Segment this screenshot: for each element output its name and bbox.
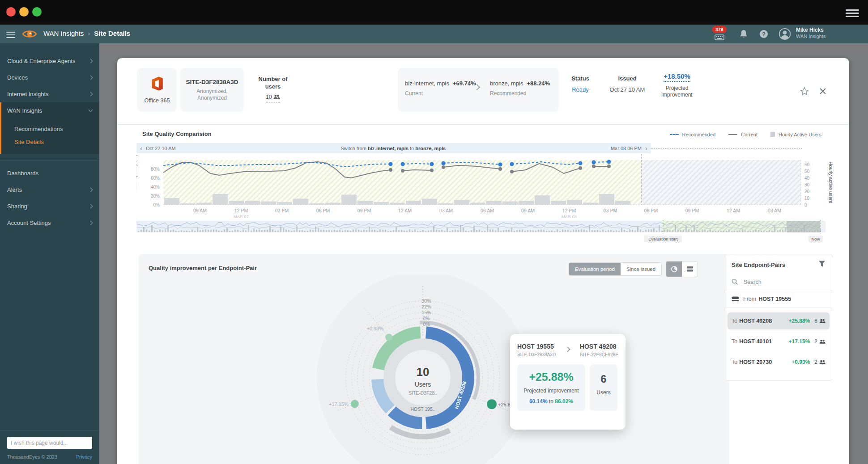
svg-text:12 PM: 12 PM: [234, 208, 248, 213]
recommended-path: bronze, mpls: [490, 80, 523, 87]
users-icon: [273, 94, 280, 99]
timeline-minimap[interactable]: Evaluation startNow: [136, 220, 825, 243]
breadcrumb-wan-insights[interactable]: WAN Insights: [43, 30, 84, 37]
endpoint-row-host-20730[interactable]: To HOST 20730 +0.93% 2: [728, 354, 830, 371]
svg-text:12 AM: 12 AM: [727, 208, 740, 213]
site-id: SITE-D3F2838A3D: [180, 79, 244, 85]
tooltip-from-site: SITE-D3F2838A3D: [517, 352, 556, 357]
svg-text:0%: 0%: [153, 202, 160, 207]
svg-text:0%: 0%: [423, 321, 430, 327]
browser-menu-icon[interactable]: [846, 8, 859, 19]
svg-text:06 PM: 06 PM: [644, 208, 658, 213]
favorite-star-icon[interactable]: [800, 86, 809, 96]
sidebar-item-alerts[interactable]: Alerts: [0, 181, 99, 198]
tooltip-improvement-label: Projected improvement: [521, 388, 582, 394]
close-icon[interactable]: [819, 87, 827, 95]
time-range-end: Mar 08 06 PM: [611, 146, 642, 151]
sidebar-item-account-settings[interactable]: Account Settings: [0, 215, 99, 231]
users-block: Number of users 10: [246, 75, 300, 103]
bell-icon[interactable]: [739, 29, 748, 39]
tooltip-users-tile: 6 Users: [590, 364, 617, 411]
users-icon: [819, 319, 825, 323]
time-nav-prev-icon[interactable]: ‹: [136, 144, 146, 152]
toggle-since-issued[interactable]: Since issued: [621, 263, 661, 275]
site-tile[interactable]: SITE-D3F2838A3D Anonymized, Anonymized: [180, 68, 244, 112]
current-path-block: biz-internet, mpls+69.74% Current: [405, 80, 476, 97]
row-to-label: To: [732, 359, 737, 365]
svg-text:15%: 15%: [421, 310, 431, 315]
sidebar-item-site-details[interactable]: Site Details: [1, 135, 99, 148]
svg-text:8%: 8%: [423, 316, 430, 321]
svg-text:?: ?: [762, 31, 766, 38]
projected-improvement-value[interactable]: +18.50%: [664, 72, 690, 82]
svg-text:80%: 80%: [151, 167, 160, 172]
chevron-down-icon: [89, 108, 93, 112]
sidebar-item-label: Cloud & Enterprise Agents: [7, 58, 75, 64]
chevron-right-icon: [89, 221, 93, 225]
time-nav-next-icon[interactable]: ›: [642, 144, 651, 152]
sidebar-item-label: Alerts: [7, 186, 22, 193]
keyboard-icon[interactable]: [715, 34, 724, 40]
office365-icon: [149, 76, 165, 91]
endpoint-from-row: From HOST 19555: [725, 290, 832, 308]
toggle-evaluation-period[interactable]: Evaluation period: [569, 263, 621, 275]
privacy-link[interactable]: Privacy: [76, 454, 92, 460]
window-minimize-button[interactable]: [19, 7, 29, 17]
window-zoom-button[interactable]: [32, 7, 42, 17]
page-title: Site Details: [94, 30, 130, 37]
sidebar-item-dashboards[interactable]: Dashboards: [0, 165, 99, 181]
sidebar-item-devices[interactable]: Devices: [0, 69, 99, 86]
time-range-future-dots: [651, 148, 802, 149]
window-close-button[interactable]: [6, 7, 16, 17]
endpoint-pair-radial-chart[interactable]: 0%8%15%22%30%+0.93%+17.15%+25.88%HOST 49…: [306, 275, 539, 464]
sidebar-item-internet-insights[interactable]: Internet Insights: [0, 86, 99, 102]
endpoint-row-host-49208[interactable]: To HOST 49208 +25.88% 6: [728, 312, 830, 329]
quality-section-title: Site Quality Comparision: [142, 131, 212, 137]
tooltip-users-label: Users: [593, 389, 614, 396]
breadcrumb-separator: ›: [88, 30, 90, 37]
chevron-right-icon: [89, 204, 93, 209]
site-quality-chart[interactable]: 0%20%40%60%80%010203040506009 AM12 PMMAR…: [136, 154, 834, 223]
svg-text:03 AM: 03 AM: [768, 208, 781, 213]
svg-text:HOST 195..: HOST 195..: [410, 406, 435, 412]
thousandeyes-logo-icon[interactable]: [21, 28, 38, 40]
sidebar-item-recommendations[interactable]: Recommendations: [1, 122, 99, 135]
sidebar-toggle-icon[interactable]: [6, 30, 15, 40]
legend-users-label: Hourly Active Users: [779, 132, 821, 137]
search-input[interactable]: [744, 279, 815, 285]
chevron-right-icon: [89, 59, 93, 63]
switch-description: Switch from biz-internet, mpls to bronze…: [176, 146, 611, 151]
user-name[interactable]: Mike Hicks: [796, 27, 824, 33]
feedback-input[interactable]: [7, 437, 92, 449]
list-icon: [686, 266, 694, 272]
users-count[interactable]: 10: [266, 94, 280, 103]
current-path: biz-internet, mpls: [405, 80, 449, 87]
sidebar-divider: [0, 160, 99, 160]
sidebar-item-label: Account Settings: [7, 219, 51, 226]
svg-text:60%: 60%: [151, 176, 160, 181]
sidebar-footer: ThousandEyes © 2023 Privacy: [0, 430, 99, 464]
sidebar-item-wan-insights[interactable]: WAN Insights: [1, 102, 99, 119]
endpoint-row-host-40101[interactable]: To HOST 40101 +17.15% 2: [728, 333, 830, 350]
user-org: WAN Insights: [796, 34, 825, 39]
pie-view-button[interactable]: [666, 262, 682, 277]
svg-text:06 AM: 06 AM: [481, 208, 494, 213]
endpoint-search[interactable]: [725, 274, 832, 290]
recommended-label: Recommended: [490, 90, 550, 97]
recommended-path-block: bronze, mpls+88.24% Recommended: [490, 80, 550, 97]
filter-icon[interactable]: [818, 261, 825, 267]
sidebar-item-cloud-enterprise-agents[interactable]: Cloud & Enterprise Agents: [0, 53, 99, 69]
tooltip-improvement-tile: +25.88% Projected improvement 60.14% to …: [517, 364, 585, 411]
current-label: Current: [405, 90, 476, 97]
list-view-button[interactable]: [682, 262, 698, 277]
avatar[interactable]: [779, 28, 791, 40]
improvement-label-line2: improvement: [651, 92, 703, 98]
svg-text:40%: 40%: [151, 185, 160, 190]
help-icon[interactable]: ?: [759, 29, 769, 39]
app-tile-office365[interactable]: Office 365: [137, 68, 177, 112]
sidebar-item-sharing[interactable]: Sharing: [0, 198, 99, 215]
users-icon: [819, 339, 825, 344]
window-titlebar: [0, 0, 868, 25]
sidebar-item-label: Site Details: [14, 139, 44, 145]
row-user-count: 2: [814, 338, 817, 345]
